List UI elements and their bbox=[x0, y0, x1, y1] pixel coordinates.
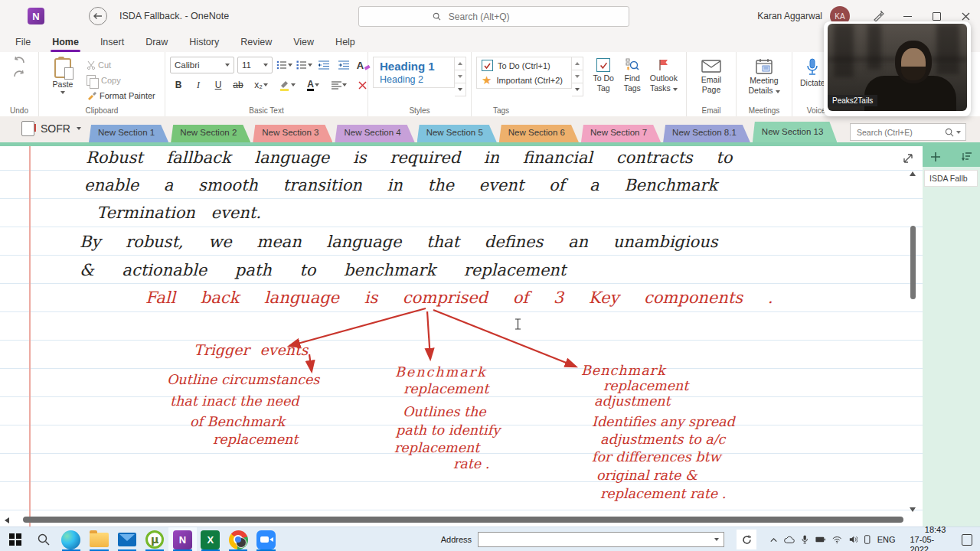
tags-group-label: Tags bbox=[472, 106, 686, 115]
hidden-icons-button[interactable] bbox=[770, 537, 777, 543]
volume-icon[interactable] bbox=[849, 535, 858, 544]
style-heading2[interactable]: Heading 2 bbox=[380, 74, 448, 85]
app-search-input[interactable] bbox=[447, 11, 629, 23]
taskbar-app-excel[interactable]: X bbox=[197, 527, 224, 551]
section-tab[interactable]: New Section 5 bbox=[417, 125, 497, 142]
scroll-down-icon[interactable] bbox=[910, 507, 916, 512]
todo-tag-button[interactable]: To Do Tag bbox=[588, 57, 618, 94]
start-button[interactable] bbox=[2, 527, 29, 551]
align-button[interactable] bbox=[328, 77, 351, 93]
numbering-button[interactable] bbox=[296, 57, 312, 73]
subscript-button[interactable]: x₂ bbox=[250, 77, 273, 93]
scroll-up-icon bbox=[575, 62, 580, 65]
note-line: replacement bbox=[403, 381, 488, 396]
format-painter-button[interactable]: Format Painter bbox=[87, 89, 155, 103]
scroll-up-icon bbox=[458, 62, 462, 65]
taskbar-app-file-explorer[interactable] bbox=[85, 527, 113, 551]
section-tab[interactable]: New Section 6 bbox=[499, 125, 579, 142]
cut-icon bbox=[87, 60, 96, 70]
chevron-down-icon bbox=[77, 127, 81, 130]
decrease-indent-button[interactable] bbox=[315, 57, 332, 73]
back-button[interactable] bbox=[89, 7, 107, 25]
section-tab[interactable]: New Section 3 bbox=[253, 125, 332, 142]
style-heading1[interactable]: Heading 1 bbox=[380, 60, 448, 73]
font-name-select[interactable]: Calibri bbox=[170, 57, 234, 73]
redo-icon[interactable] bbox=[12, 70, 26, 81]
address-input[interactable] bbox=[479, 534, 714, 545]
taskbar-app-mail[interactable] bbox=[113, 527, 141, 551]
page-canvas[interactable]: Robust fallback language is required in … bbox=[0, 146, 923, 527]
page-tab[interactable]: ISDA Fallb bbox=[924, 170, 978, 187]
find-tags-button[interactable]: Find Tags bbox=[619, 57, 646, 94]
bold-button[interactable]: B bbox=[170, 77, 187, 93]
increase-indent-button[interactable] bbox=[335, 57, 352, 73]
section-tab[interactable]: New Section 8.1 bbox=[663, 125, 750, 142]
onedrive-icon[interactable] bbox=[784, 536, 795, 544]
address-bar[interactable] bbox=[478, 532, 724, 547]
tag-important-item[interactable]: ★ Important (Ctrl+2) bbox=[482, 74, 567, 86]
menu-home[interactable]: Home bbox=[41, 34, 90, 51]
more-tags-icon bbox=[575, 88, 580, 91]
section-tab[interactable]: New Section 7 bbox=[581, 125, 661, 142]
battery-icon[interactable] bbox=[815, 536, 825, 543]
taskbar-app-edge[interactable] bbox=[57, 527, 85, 551]
refresh-button[interactable] bbox=[737, 530, 756, 549]
menu-review[interactable]: Review bbox=[230, 34, 283, 51]
paste-button[interactable]: Paste bbox=[44, 57, 82, 96]
tags-scrollbar[interactable] bbox=[572, 57, 583, 96]
bullets-button[interactable] bbox=[276, 57, 292, 73]
taskbar-app-onenote[interactable]: N bbox=[168, 527, 196, 551]
font-color-button[interactable]: A bbox=[302, 77, 325, 93]
section-search-input[interactable] bbox=[855, 127, 927, 138]
webcam-overlay[interactable]: Peaks2Tails bbox=[824, 21, 971, 116]
scroll-thumb[interactable] bbox=[910, 226, 916, 299]
language-indicator[interactable]: ENG bbox=[877, 535, 896, 544]
menu-file[interactable]: File bbox=[5, 34, 41, 51]
wifi-icon[interactable] bbox=[832, 536, 841, 544]
taskbar-app-chrome[interactable] bbox=[224, 527, 252, 551]
taskbar-search-button[interactable] bbox=[29, 527, 57, 551]
notebook-selector[interactable]: SOFR bbox=[21, 121, 81, 136]
menu-help[interactable]: Help bbox=[325, 34, 366, 51]
taskbar-app-zoom[interactable] bbox=[252, 527, 279, 551]
sort-pages-button[interactable] bbox=[962, 152, 972, 161]
note-trigger-events: Trigger events bbox=[194, 341, 308, 358]
todo-checkbox-icon bbox=[482, 60, 493, 71]
styles-scrollbar[interactable] bbox=[455, 57, 466, 96]
scroll-left-icon[interactable] bbox=[5, 517, 9, 523]
app-search-box[interactable] bbox=[358, 6, 629, 27]
copy-button[interactable]: Copy bbox=[87, 73, 155, 87]
taskbar-clock[interactable]: 18:43 17-05-2022 bbox=[910, 525, 946, 551]
section-tab[interactable]: New Section 1 bbox=[89, 125, 168, 142]
vertical-scrollbar[interactable] bbox=[910, 146, 917, 527]
menu-history[interactable]: History bbox=[178, 34, 230, 51]
your-phone-icon[interactable] bbox=[864, 534, 870, 545]
add-page-button[interactable] bbox=[930, 152, 941, 162]
section-tab[interactable]: New Section 2 bbox=[171, 125, 250, 142]
menu-view[interactable]: View bbox=[283, 34, 325, 51]
tag-todo-item[interactable]: To Do (Ctrl+1) bbox=[482, 60, 567, 71]
highlight-button[interactable] bbox=[276, 77, 299, 93]
section-search-box[interactable] bbox=[850, 123, 966, 141]
section-tab[interactable]: New Section 4 bbox=[335, 125, 414, 142]
font-size-select[interactable]: 11 bbox=[237, 57, 273, 73]
menu-draw[interactable]: Draw bbox=[135, 34, 178, 51]
action-center-button[interactable] bbox=[962, 534, 972, 546]
scroll-up-icon[interactable] bbox=[910, 171, 916, 176]
microphone-icon[interactable] bbox=[802, 534, 808, 545]
strikethrough-button[interactable]: ab bbox=[230, 77, 247, 93]
taskbar-app-utorrent[interactable]: µ bbox=[141, 527, 168, 551]
cut-button[interactable]: Cut bbox=[87, 58, 155, 72]
underline-button[interactable]: U bbox=[210, 77, 227, 93]
email-page-button[interactable]: Email Page bbox=[691, 57, 731, 96]
outlook-tasks-button[interactable]: Outlook Tasks bbox=[646, 57, 681, 94]
scroll-down-icon bbox=[458, 75, 462, 78]
note-line: replacement bbox=[213, 432, 298, 447]
meeting-details-button[interactable]: Meeting Details bbox=[741, 57, 787, 96]
undo-icon[interactable] bbox=[12, 57, 26, 67]
menu-insert[interactable]: Insert bbox=[90, 34, 135, 51]
section-tab-active[interactable]: New Section 13 bbox=[753, 122, 838, 142]
horizontal-scrollbar[interactable] bbox=[23, 517, 903, 523]
onenote-window: N ISDA Fallback. - OneNote Karan Aggarwa… bbox=[0, 0, 980, 551]
italic-button[interactable]: I bbox=[190, 77, 207, 93]
